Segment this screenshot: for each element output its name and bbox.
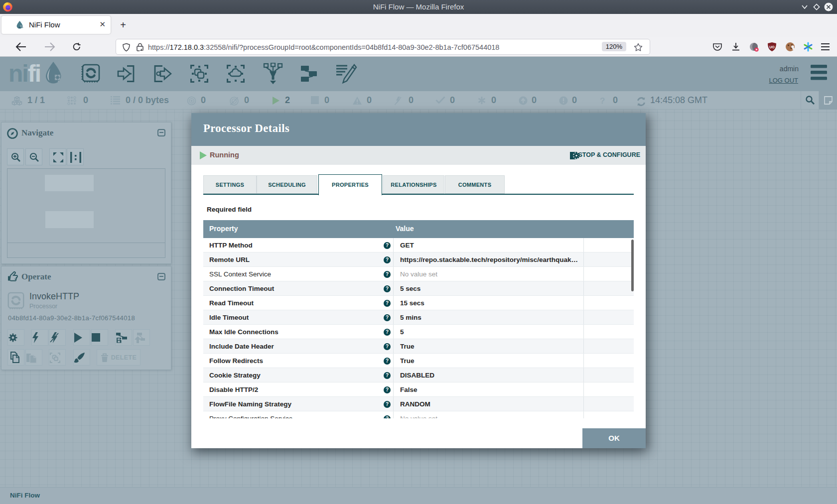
svg-text:UO: UO: [769, 45, 775, 49]
svg-text:!: !: [141, 48, 141, 51]
